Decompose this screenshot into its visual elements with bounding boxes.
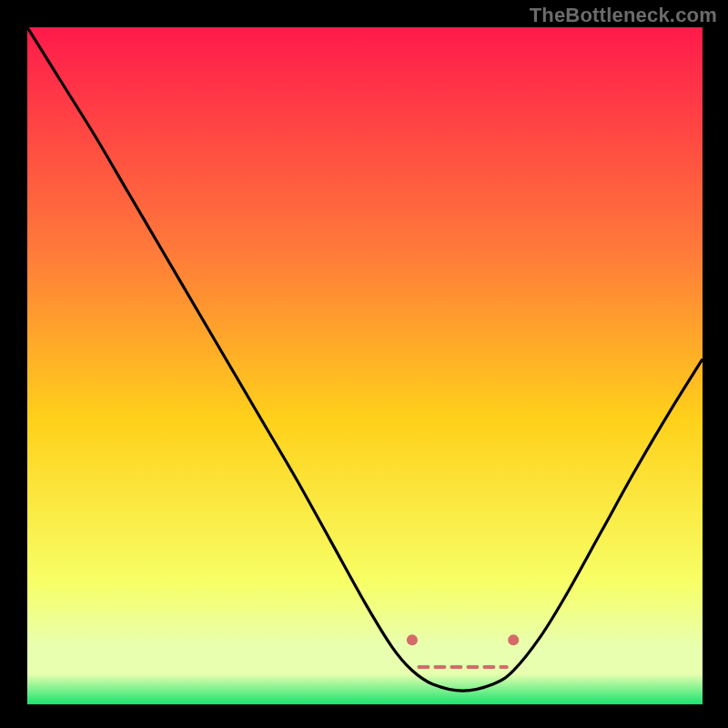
bottleneck-plot <box>27 27 703 704</box>
chart-stage: TheBottleneck.com <box>0 0 728 728</box>
optimal-range-dot <box>407 634 418 645</box>
optimal-range-dot <box>508 634 519 645</box>
watermark-text: TheBottleneck.com <box>530 4 717 27</box>
